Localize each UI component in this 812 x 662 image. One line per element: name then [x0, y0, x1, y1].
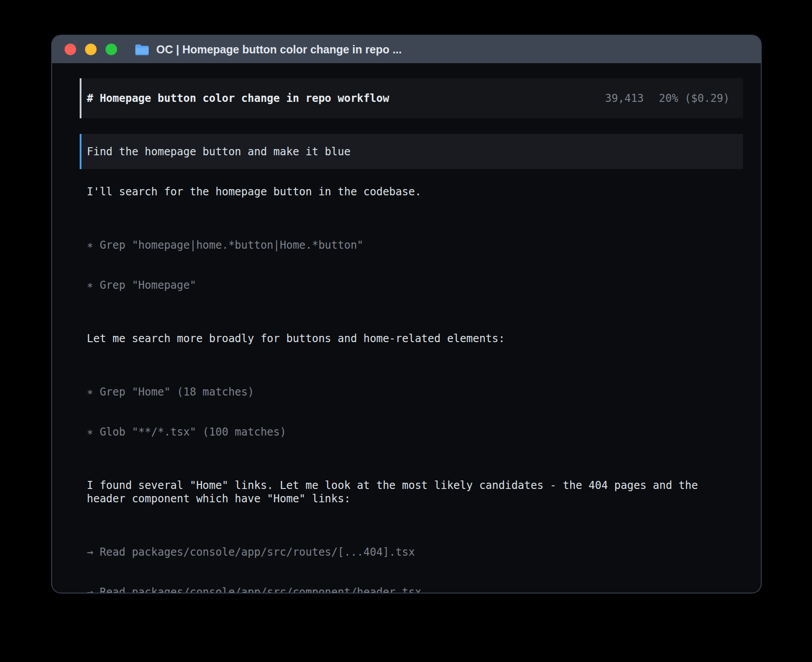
window-title-group: OC | Homepage button color change in rep…	[135, 43, 402, 56]
terminal-content: # Homepage button color change in repo w…	[52, 63, 761, 593]
tool-call-grep: ∗ Grep "Homepage"	[87, 279, 730, 292]
assistant-paragraph: I found several "Home" links. Let me loo…	[80, 479, 743, 505]
titlebar[interactable]: OC | Homepage button color change in rep…	[52, 36, 761, 63]
user-message: Find the homepage button and make it blu…	[80, 134, 743, 169]
session-title: # Homepage button color change in repo w…	[87, 92, 389, 105]
assistant-paragraph: Let me search more broadly for buttons a…	[80, 332, 743, 345]
session-header: # Homepage button color change in repo w…	[80, 78, 743, 118]
tool-call-group: → Read packages/console/app/src/routes/[…	[80, 519, 743, 593]
user-message-text: Find the homepage button and make it blu…	[87, 145, 350, 158]
tool-call-glob: ∗ Glob "**/*.tsx" (100 matches)	[87, 425, 730, 439]
window-controls	[65, 44, 117, 55]
context-usage: 20% ($0.29)	[659, 92, 730, 105]
tool-call-group: ∗ Grep "Home" (18 matches) ∗ Glob "**/*.…	[80, 359, 743, 465]
tool-call-read: → Read packages/console/app/src/componen…	[87, 585, 730, 593]
close-button[interactable]	[65, 44, 76, 55]
tool-call-grep: ∗ Grep "homepage|home.*button|Home.*butt…	[87, 238, 730, 252]
minimize-button[interactable]	[85, 44, 97, 55]
token-count: 39,413	[605, 92, 644, 105]
assistant-paragraph: I'll search for the homepage button in t…	[80, 185, 743, 198]
zoom-button[interactable]	[106, 44, 117, 55]
tool-call-read: → Read packages/console/app/src/routes/[…	[87, 545, 730, 559]
window-title: OC | Homepage button color change in rep…	[156, 43, 402, 56]
terminal-window: OC | Homepage button color change in rep…	[51, 35, 762, 593]
tool-call-grep: ∗ Grep "Home" (18 matches)	[87, 385, 730, 399]
session-stats: 39,413 20% ($0.29)	[605, 92, 730, 105]
folder-icon	[135, 44, 149, 55]
tool-call-group: ∗ Grep "homepage|home.*button|Home.*butt…	[80, 212, 743, 319]
assistant-response: I'll search for the homepage button in t…	[80, 185, 743, 593]
